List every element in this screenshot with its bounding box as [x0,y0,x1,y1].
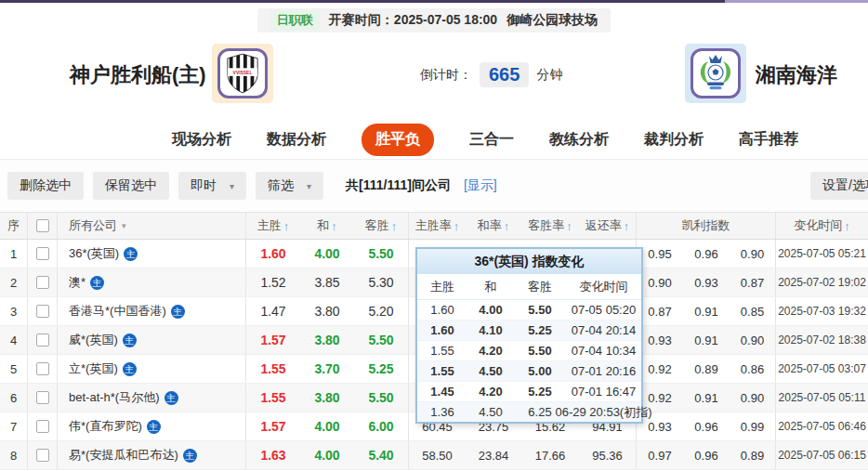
sort-up-icon: ↑ [283,219,290,233]
popup-change-time: 07-01 16:47 [566,382,641,401]
league-badge[interactable]: 日职联 [270,10,320,31]
company-name: 伟*(直布罗陀) [69,418,142,435]
popup-draw-odds: 4.20 [467,341,514,360]
company-cell[interactable]: 36*(英国)主 [58,240,246,268]
popup-change-time: 07-04 10:34 [566,341,641,360]
instant-dropdown[interactable]: 即时▾ [178,172,246,200]
row-checkbox-cell [28,384,58,412]
countdown-label: 倒计时： [420,67,472,84]
popup-home-odds: 1.55 [417,341,467,360]
draw-odds: 4.00 [300,441,354,469]
kelly-draw: 0.96 [683,441,730,469]
kelly-home: 0.90 [637,268,683,296]
draw-odds: 4.00 [300,240,354,268]
row-checkbox[interactable] [36,247,49,260]
home-team-name: 神户胜利船(主) [70,61,206,89]
header-change-time[interactable]: 变化时间↑ [776,213,868,239]
popup-away-odds: 5.50 [514,300,566,320]
kelly-home: 0.92 [637,355,683,383]
popup-row: 1.60 4.00 5.50 07-05 05:20 [417,300,641,321]
popup-row: 1.36 4.50 6.25 06-29 20:53(初指) [417,402,641,422]
row-checkbox-cell [28,240,58,268]
settings-button[interactable]: 设置/选项 [810,172,868,200]
kelly-away: 0.87 [730,268,776,296]
home-odds: 1.47 [246,297,300,325]
kelly-draw: 0.91 [683,326,730,354]
keep-selected-button[interactable]: 保留选中 [93,172,169,200]
popup-home-odds: 1.45 [417,382,467,401]
popup-away-odds: 5.25 [514,382,566,401]
tab-live-analysis[interactable]: 现场分析 [172,130,231,150]
popup-change-time: 06-29 20:53(初指) [566,402,641,422]
row-seq: 7 [0,412,28,440]
table-row: 8 易*(安提瓜和巴布达)主 1.63 4.00 5.40 58.50 23.8… [0,441,868,470]
kelly-draw: 0.96 [683,412,730,440]
return-rate: 95.36 [579,441,637,469]
tab-win-draw-lose[interactable]: 胜平负 [362,124,434,156]
tab-data-analysis[interactable]: 数据分析 [267,130,326,150]
company-cell[interactable]: 威*(英国)主 [58,326,246,354]
away-team-name: 湘南海洋 [756,61,837,89]
company-cell[interactable]: 立*(英国)主 [58,355,246,383]
row-seq: 8 [0,441,28,469]
change-time: 2025-07-05 06:46 [776,412,868,440]
home-odds: 1.55 [246,355,300,383]
row-seq: 6 [0,384,28,412]
row-checkbox[interactable] [36,334,49,347]
row-checkbox-cell [28,326,58,354]
home-odds: 1.63 [246,441,300,469]
home-rate: 58.50 [409,441,466,469]
header-company[interactable]: 所有公司▾ [58,213,246,239]
kelly-draw: 0.93 [683,268,730,296]
row-seq: 4 [0,326,28,354]
header-away-odds[interactable]: 客胜↑ [354,213,409,239]
row-checkbox[interactable] [36,276,49,289]
tab-three-in-one[interactable]: 三合一 [469,130,514,150]
header-draw-rate[interactable]: 和率↑ [466,213,521,239]
kelly-away: 0.90 [730,384,776,412]
header-draw-odds[interactable]: 和↑ [300,213,354,239]
select-all-checkbox[interactable] [36,219,49,232]
row-checkbox[interactable] [36,391,49,404]
row-checkbox[interactable] [36,305,49,318]
header-away-rate[interactable]: 客胜率↑ [521,213,579,239]
company-cell[interactable]: 伟*(直布罗陀)主 [58,412,246,440]
kelly-away: 0.99 [730,412,776,440]
show-link[interactable]: [显示] [464,177,497,194]
company-name: 澳* [69,274,85,291]
company-cell[interactable]: 易*(安提瓜和巴布达)主 [58,441,246,469]
popup-change-time: 07-04 20:14 [566,321,641,340]
home-badge: 主 [124,247,138,261]
home-odds: 1.57 [246,412,300,440]
chevron-down-icon: ▾ [230,181,234,191]
delete-selected-button[interactable]: 删除选中 [7,172,84,200]
popup-rows: 1.60 4.00 5.50 07-05 05:20 1.60 4.10 5.2… [417,300,641,422]
header-home-rate[interactable]: 主胜率↑ [409,213,466,239]
tab-referee-analysis[interactable]: 裁判分析 [644,130,704,150]
popup-away-odds: 5.25 [514,321,566,340]
home-team-logo: VVISSEL [212,44,273,103]
kelly-away: 0.89 [730,441,776,469]
change-time: 2025-07-02 18:38 [776,326,868,354]
row-checkbox[interactable] [36,420,49,433]
row-checkbox[interactable] [36,449,49,462]
home-odds: 1.52 [246,268,300,296]
sort-up-icon: ↑ [624,219,630,233]
kelly-draw: 0.96 [683,240,730,268]
draw-rate: 23.84 [466,441,521,469]
tab-expert-recommend[interactable]: 高手推荐 [739,130,798,150]
kelly-away: 0.90 [730,326,776,354]
header-home-odds[interactable]: 主胜↑ [246,213,300,239]
draw-odds: 3.80 [300,326,354,354]
row-checkbox[interactable] [36,362,49,375]
company-cell[interactable]: 澳*主 [58,268,246,296]
filter-dropdown[interactable]: 筛选▾ [256,172,323,200]
header-return-rate[interactable]: 返还率↑ [579,213,637,239]
draw-odds: 3.70 [300,355,354,383]
home-badge: 主 [164,391,178,405]
popup-row: 1.60 4.10 5.25 07-04 20:14 [417,321,641,341]
home-badge: 主 [123,334,137,347]
company-cell[interactable]: bet-at-h*(马尔他)主 [58,384,246,412]
company-cell[interactable]: 香港马*(中国香港)主 [58,297,246,325]
tab-coach-analysis[interactable]: 教练分析 [549,130,609,150]
